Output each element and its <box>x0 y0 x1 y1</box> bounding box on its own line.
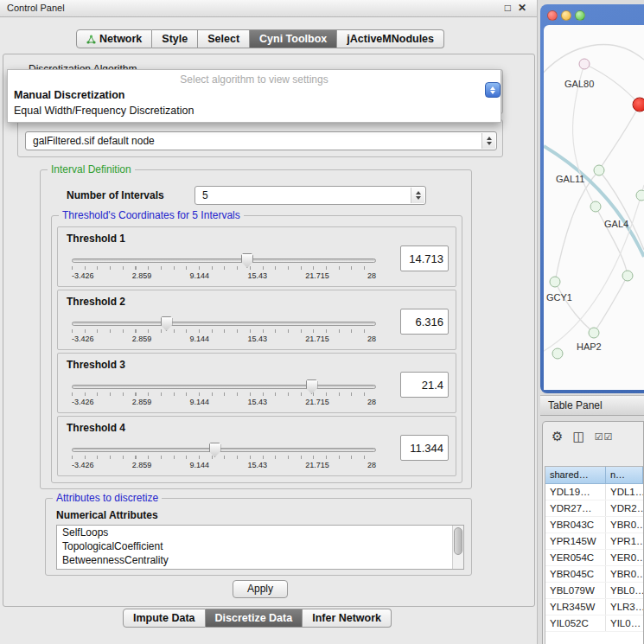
float-window-icon[interactable]: □ <box>505 2 511 14</box>
slider-scale: -3.4262.8599.14415.4321.71528 <box>72 461 376 469</box>
attributes-list: SelfLoops TopologicalCoefficient Between… <box>56 525 464 570</box>
apply-button[interactable]: Apply <box>233 580 288 598</box>
node-table: shared… n… YDL19…YDL1… YDR27…YDR2… YBR04… <box>545 466 643 644</box>
tab-label: Infer Network <box>312 612 381 624</box>
combo-value: galFiltered.sif default node <box>33 135 155 147</box>
table-header-row: shared… n… <box>545 467 643 484</box>
network-node[interactable] <box>636 190 644 201</box>
scrollbar-thumb[interactable] <box>454 527 462 555</box>
table-panel-title: Table Panel <box>548 399 603 411</box>
threshold-1-slider[interactable]: -3.4262.8599.14415.4321.71528 <box>72 258 376 280</box>
node-label-gal4: GAL4 <box>604 219 628 229</box>
network-node[interactable] <box>622 271 634 282</box>
combo-stepper-icon <box>481 133 495 149</box>
network-node[interactable] <box>594 165 605 176</box>
slider-scale: -3.4262.8599.14415.4321.71528 <box>72 271 376 280</box>
attributes-scrollbar[interactable] <box>452 526 463 569</box>
slider-ticks <box>72 392 376 396</box>
threshold-1-box: Threshold 1 -3.4262.8599.14415.4321.7152… <box>57 226 456 287</box>
tab-label: Style <box>162 33 188 45</box>
close-icon[interactable]: ✕ <box>518 2 526 14</box>
network-view-window: GAL80 GAL11 GAL4 GCY1 HAP2 <box>540 4 644 393</box>
threshold-label: Threshold 4 <box>67 422 125 434</box>
table-data-group: Table Data galFiltered.sif default node <box>17 119 503 157</box>
slider-scale: -3.4262.8599.14415.4321.71528 <box>72 335 376 343</box>
table-row[interactable]: YDL19…YDL1… <box>545 484 643 501</box>
list-item-topologicalcoefficient[interactable]: TopologicalCoefficient <box>57 539 463 553</box>
tab-jactivemnodules[interactable]: jActiveMNodules <box>337 29 444 48</box>
number-of-intervals-label: Number of Intervals <box>67 189 164 201</box>
group-title: Interval Definition <box>48 163 135 175</box>
table-row[interactable]: YBL079WYBL0… <box>545 583 643 599</box>
tab-infer-network[interactable]: Infer Network <box>303 609 392 628</box>
table-row[interactable]: YLR345WYLR3… <box>545 599 643 615</box>
table-row[interactable]: YBR045CYBR0… <box>545 566 643 583</box>
panel-title: Control Panel <box>7 3 65 13</box>
columns-icon[interactable]: ◫ <box>572 429 584 444</box>
table-row[interactable]: YER054CYER0… <box>545 550 643 566</box>
number-of-intervals-combo[interactable]: 5 <box>194 186 426 205</box>
slider-track[interactable] <box>72 448 376 452</box>
node-label-hap2: HAP2 <box>577 341 602 352</box>
threshold-label: Threshold 3 <box>67 359 125 371</box>
threshold-4-slider[interactable]: -3.4262.8599.14415.4321.71528 <box>72 448 376 469</box>
table-row[interactable]: YDR27…YDR2… <box>545 501 643 517</box>
table-row[interactable]: YIL052CYIL0… <box>545 615 643 632</box>
slider-track[interactable] <box>72 322 376 326</box>
gear-icon[interactable]: ⚙ <box>552 429 563 444</box>
slider-ticks <box>72 329 376 333</box>
network-node[interactable] <box>552 348 564 360</box>
network-node[interactable] <box>590 201 602 213</box>
threshold-2-value-field[interactable] <box>400 309 449 335</box>
tab-select[interactable]: Select <box>198 29 250 48</box>
table-toolbar: ⚙ ◫ ☑☑ <box>543 424 643 450</box>
close-traffic-light-icon[interactable] <box>547 10 558 21</box>
tab-label: jActiveMNodules <box>347 33 434 45</box>
threshold-2-slider[interactable]: -3.4262.8599.14415.4321.71528 <box>72 322 376 343</box>
list-item-selfloops[interactable]: SelfLoops <box>57 526 463 539</box>
table-data-combo[interactable]: galFiltered.sif default node <box>25 131 497 150</box>
slider-track[interactable] <box>72 258 376 263</box>
column-header-shared-name[interactable]: shared… <box>545 467 606 484</box>
algorithm-dropdown-list: Select algorithm to view settings Manual… <box>7 69 501 123</box>
tab-label: Discretize Data <box>215 612 293 624</box>
dropdown-option-manual-discretization[interactable]: Manual Discretization <box>8 87 501 103</box>
dropdown-option-equal-width[interactable]: Equal Width/Frequency Discretization <box>8 103 501 118</box>
network-node-red[interactable] <box>633 98 644 112</box>
threshold-3-slider[interactable]: -3.4262.8599.14415.4321.71528 <box>72 385 376 406</box>
tab-style[interactable]: Style <box>152 29 198 48</box>
tab-impute-data[interactable]: Impute Data <box>123 609 206 628</box>
group-title: Threshold's Coordinates for 5 Intervals <box>59 209 244 221</box>
minimize-traffic-light-icon[interactable] <box>561 10 571 21</box>
slider-ticks <box>72 456 376 459</box>
table-row[interactable]: YPR145WYPR1… <box>545 533 643 550</box>
tab-label: Network <box>99 33 142 45</box>
threshold-4-box: Threshold 4 -3.4262.8599.14415.4321.7152… <box>57 416 456 476</box>
network-node[interactable] <box>589 328 600 339</box>
network-icon <box>86 35 96 44</box>
tab-network[interactable]: Network <box>76 29 152 48</box>
tab-label: Impute Data <box>133 612 195 624</box>
select-all-checkboxes-icon[interactable]: ☑☑ <box>595 431 614 443</box>
threshold-1-value-field[interactable] <box>400 245 449 271</box>
threshold-label: Threshold 2 <box>67 296 125 308</box>
network-canvas[interactable]: GAL80 GAL11 GAL4 GCY1 HAP2 <box>544 25 644 390</box>
table-row[interactable]: YBR043CYBR0… <box>545 517 643 533</box>
threshold-4-value-field[interactable] <box>400 435 449 461</box>
threshold-2-box: Threshold 2 -3.4262.8599.14415.4321.7152… <box>57 290 456 350</box>
zoom-traffic-light-icon[interactable] <box>575 10 585 21</box>
slider-track[interactable] <box>72 385 376 389</box>
tab-discretize-data[interactable]: Discretize Data <box>206 609 303 628</box>
node-label-gal11: GAL11 <box>556 174 584 184</box>
control-panel-titlebar: Control Panel □ ✕ <box>0 0 537 17</box>
algorithm-combo-stepper[interactable] <box>485 82 501 98</box>
threshold-3-box: Threshold 3 -3.4262.8599.14415.4321.7152… <box>57 353 456 413</box>
network-node[interactable] <box>550 277 561 288</box>
tab-cyni-toolbox[interactable]: Cyni Toolbox <box>250 29 337 48</box>
dropdown-placeholder: Select algorithm to view settings <box>8 70 501 87</box>
network-node[interactable] <box>579 59 590 70</box>
threshold-3-value-field[interactable] <box>400 372 449 398</box>
combo-stepper-icon <box>411 188 424 203</box>
list-item-betweennesscentrality[interactable]: BetweennessCentrality <box>57 553 463 567</box>
column-header-name[interactable]: n… <box>606 467 643 484</box>
